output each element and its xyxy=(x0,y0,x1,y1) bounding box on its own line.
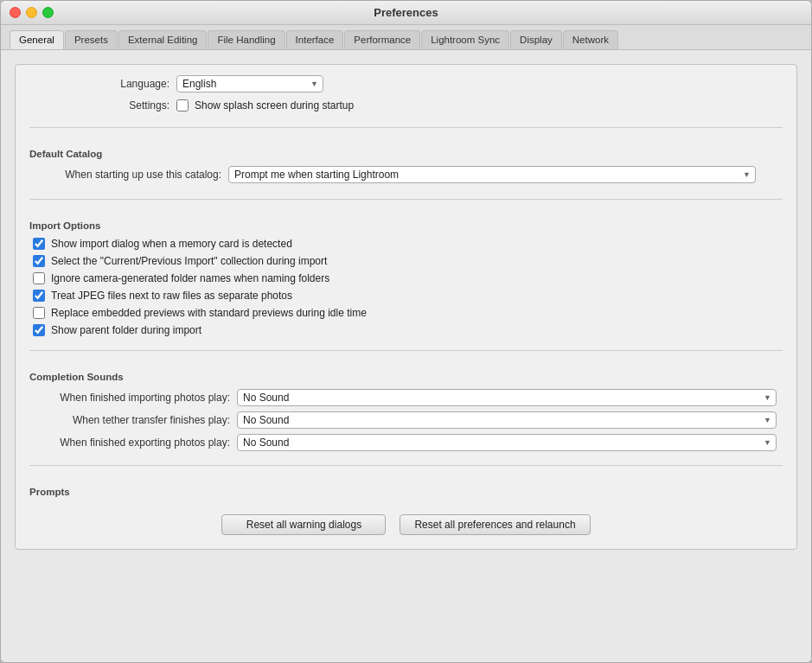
content-area: Language: English Settings: Show splash … xyxy=(1,50,811,662)
tab-performance[interactable]: Performance xyxy=(344,30,420,49)
checkbox-row-3: Treat JPEG files next to raw files as se… xyxy=(29,290,783,302)
main-panel: Language: English Settings: Show splash … xyxy=(15,64,797,550)
catalog-label: When starting up use this catalog: xyxy=(29,169,228,181)
splash-screen-checkbox[interactable] xyxy=(176,99,189,112)
show-parent-folder-checkbox[interactable] xyxy=(33,324,45,336)
select-current-import-label: Select the "Current/Previous Import" col… xyxy=(51,255,327,267)
language-select[interactable]: English xyxy=(176,75,323,92)
show-import-dialog-checkbox[interactable] xyxy=(33,238,45,250)
tether-transfer-label: When tether transfer finishes play: xyxy=(29,414,237,426)
reset-preferences-button[interactable]: Reset all preferences and relaunch xyxy=(400,514,590,535)
tether-transfer-select-wrapper: No Sound xyxy=(237,411,777,429)
window-title: Preferences xyxy=(374,6,438,19)
splash-screen-label: Show splash screen during startup xyxy=(195,99,354,112)
finished-importing-select-wrapper: No Sound xyxy=(237,389,777,406)
finished-importing-select[interactable]: No Sound xyxy=(237,389,777,406)
default-catalog-header: Default Catalog xyxy=(29,149,783,159)
tab-external-editing[interactable]: External Editing xyxy=(118,30,208,49)
minimize-button[interactable] xyxy=(26,7,37,18)
sound-row-1: When tether transfer finishes play: No S… xyxy=(29,411,783,429)
tab-general[interactable]: General xyxy=(10,30,64,49)
language-select-wrapper: English xyxy=(176,75,323,92)
completion-sounds-header: Completion Sounds xyxy=(29,372,783,382)
titlebar: Preferences xyxy=(1,1,811,25)
divider-2 xyxy=(29,199,783,200)
window: Preferences General Presets External Edi… xyxy=(0,0,812,663)
ignore-camera-folders-checkbox[interactable] xyxy=(33,272,45,284)
treat-jpeg-checkbox[interactable] xyxy=(33,290,45,302)
tab-network[interactable]: Network xyxy=(563,30,618,49)
select-current-import-checkbox[interactable] xyxy=(33,255,45,267)
window-controls xyxy=(10,7,54,18)
treat-jpeg-label: Treat JPEG files next to raw files as se… xyxy=(51,290,292,302)
finished-exporting-select-wrapper: No Sound xyxy=(237,434,777,451)
divider-3 xyxy=(29,350,783,351)
tether-transfer-select[interactable]: No Sound xyxy=(237,411,777,429)
settings-label: Settings: xyxy=(29,99,176,112)
checkbox-row-1: Select the "Current/Previous Import" col… xyxy=(29,255,783,267)
ignore-camera-folders-label: Ignore camera-generated folder names whe… xyxy=(51,272,329,284)
import-options-header: Import Options xyxy=(29,220,783,231)
tab-file-handling[interactable]: File Handling xyxy=(208,30,285,49)
tabs-bar: General Presets External Editing File Ha… xyxy=(1,25,811,50)
finished-exporting-select[interactable]: No Sound xyxy=(237,434,777,451)
catalog-select-wrapper: Prompt me when starting Lightroom xyxy=(228,166,756,183)
reset-warnings-button[interactable]: Reset all warning dialogs xyxy=(221,514,386,535)
sound-row-0: When finished importing photos play: No … xyxy=(29,389,783,406)
replace-embedded-label: Replace embedded previews with standard … xyxy=(51,307,367,319)
close-button[interactable] xyxy=(10,7,21,18)
show-parent-folder-label: Show parent folder during import xyxy=(51,324,201,336)
tab-lightroom-sync[interactable]: Lightroom Sync xyxy=(421,30,509,49)
prompts-header: Prompts xyxy=(29,487,783,497)
settings-row: Settings: Show splash screen during star… xyxy=(29,99,783,112)
tab-interface[interactable]: Interface xyxy=(286,30,344,49)
checkbox-row-5: Show parent folder during import xyxy=(29,324,783,336)
checkbox-row-0: Show import dialog when a memory card is… xyxy=(29,238,783,250)
finished-importing-label: When finished importing photos play: xyxy=(29,392,237,404)
catalog-row: When starting up use this catalog: Promp… xyxy=(29,166,783,183)
maximize-button[interactable] xyxy=(42,7,54,18)
sound-row-2: When finished exporting photos play: No … xyxy=(29,434,783,451)
replace-embedded-checkbox[interactable] xyxy=(33,307,45,319)
tab-presets[interactable]: Presets xyxy=(65,30,118,49)
checkbox-row-2: Ignore camera-generated folder names whe… xyxy=(29,272,783,284)
catalog-select[interactable]: Prompt me when starting Lightroom xyxy=(228,166,756,183)
language-label: Language: xyxy=(29,78,176,90)
divider-1 xyxy=(29,127,783,128)
divider-4 xyxy=(29,465,783,466)
language-row: Language: English xyxy=(29,75,783,92)
show-import-dialog-label: Show import dialog when a memory card is… xyxy=(51,238,292,250)
checkbox-row-4: Replace embedded previews with standard … xyxy=(29,307,783,319)
finished-exporting-label: When finished exporting photos play: xyxy=(29,437,237,449)
prompts-buttons-row: Reset all warning dialogs Reset all pref… xyxy=(29,514,783,535)
tab-display[interactable]: Display xyxy=(510,30,562,49)
